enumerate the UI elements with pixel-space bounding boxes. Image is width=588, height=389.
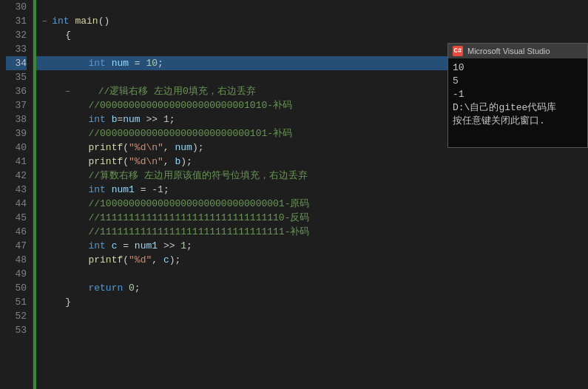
line-number-34: 34 — [6, 56, 27, 70]
line-number-42: 42 — [6, 169, 27, 183]
terminal-icon: C# — [453, 46, 463, 56]
terminal-window: C# Microsoft Visual Studio 105-1D:\自己的gi… — [447, 43, 588, 148]
token: ); — [169, 254, 181, 265]
line-number-43: 43 — [6, 183, 27, 197]
token: ; — [135, 283, 141, 294]
code-line-43: int num1 = -1; — [36, 183, 588, 197]
token: ; — [158, 58, 163, 69]
line-number-32: 32 — [6, 28, 27, 42]
terminal-output-line: 10 — [453, 61, 583, 75]
token — [106, 58, 112, 69]
token: ; — [169, 114, 175, 125]
token: "%d\n" — [129, 156, 163, 167]
token: 0 — [129, 283, 135, 294]
token: num1 — [135, 240, 158, 251]
line-number-39: 39 — [6, 126, 27, 141]
code-line-52 — [36, 309, 588, 323]
token: printf — [88, 142, 123, 153]
token: - — [152, 184, 158, 195]
token: ( — [123, 156, 129, 167]
token: ; — [186, 240, 192, 251]
token: //算数右移 左边用原该值的符号位填充，右边丢弃 — [88, 170, 307, 181]
line-number-41: 41 — [6, 155, 27, 169]
code-line-45: //11111111111111111111111111111110-反码 — [36, 211, 588, 225]
token: } — [65, 297, 71, 308]
editor-container: 3031323334353637383940414243444546474849… — [0, 0, 588, 389]
token: int — [88, 240, 105, 251]
line-number-37: 37 — [6, 98, 27, 112]
line-number-48: 48 — [6, 253, 27, 267]
line-number-33: 33 — [6, 42, 27, 56]
terminal-body: 105-1D:\自己的gitee代码库按任意键关闭此窗口. — [448, 58, 587, 147]
token: int — [52, 16, 69, 27]
terminal-output-line: 按任意键关闭此窗口. — [453, 115, 583, 128]
token: "%d" — [129, 254, 152, 265]
line-number-31: 31 — [6, 14, 27, 28]
code-line-32: { — [36, 28, 588, 42]
token — [106, 240, 112, 251]
token: = — [135, 184, 152, 195]
token: return — [88, 283, 123, 294]
token: //11111111111111111111111111111111-补码 — [88, 226, 309, 237]
code-line-44: //10000000000000000000000000000001-原码 — [36, 197, 588, 211]
token: printf — [88, 254, 123, 265]
collapse-icon[interactable]: − — [42, 17, 52, 26]
token: ); — [180, 156, 192, 167]
token: = — [117, 240, 134, 251]
line-number-49: 49 — [6, 267, 27, 281]
token: ; — [163, 184, 169, 195]
line-number-50: 50 — [6, 281, 27, 295]
token: int — [88, 58, 105, 69]
token: //逻辑右移 左边用0填充，右边丢弃 — [75, 86, 255, 97]
token: //00000000000000000000000001010-补码 — [88, 100, 292, 111]
token: //11111111111111111111111111111110-反码 — [88, 212, 309, 223]
terminal-titlebar: C# Microsoft Visual Studio — [448, 44, 587, 58]
code-line-50: return 0; — [36, 281, 588, 295]
token: >> — [141, 114, 163, 125]
token: , — [163, 156, 169, 167]
token — [106, 114, 112, 125]
line-numbers: 3031323334353637383940414243444546474849… — [0, 0, 33, 389]
token: ( — [123, 254, 129, 265]
token: num — [123, 114, 140, 125]
token: ); — [192, 142, 204, 153]
token: = — [129, 58, 146, 69]
collapse-icon[interactable]: − — [65, 87, 75, 96]
terminal-title: Microsoft Visual Studio — [467, 47, 550, 55]
code-line-47: int c = num1 >> 1; — [36, 239, 588, 253]
terminal-icon-text: C# — [454, 47, 462, 55]
line-number-45: 45 — [6, 211, 27, 225]
code-line-46: //11111111111111111111111111111111-补码 — [36, 225, 588, 239]
token: , — [163, 142, 169, 153]
line-number-47: 47 — [6, 239, 27, 253]
token: num1 — [112, 184, 135, 195]
token: { — [65, 30, 71, 41]
line-number-52: 52 — [6, 309, 27, 323]
line-number-35: 35 — [6, 70, 27, 84]
code-line-48: printf("%d", c); — [36, 253, 588, 267]
token: () — [98, 16, 110, 27]
token: >> — [158, 240, 180, 251]
line-number-40: 40 — [6, 141, 27, 155]
token: num — [175, 142, 192, 153]
token: ( — [123, 142, 129, 153]
line-number-30: 30 — [6, 0, 27, 14]
token: c — [163, 254, 169, 265]
code-line-31: − int main() — [36, 14, 588, 28]
line-number-38: 38 — [6, 112, 27, 126]
terminal-output-line: 5 — [453, 75, 583, 88]
token: int — [88, 184, 105, 195]
token: "%d\n" — [129, 142, 163, 153]
token: //00000000000000000000000000101-补码 — [88, 128, 292, 139]
token: 1 — [158, 184, 163, 195]
code-line-51: } — [36, 295, 588, 309]
line-number-51: 51 — [6, 295, 27, 309]
code-line-49 — [36, 267, 588, 281]
token: num — [112, 58, 129, 69]
token — [123, 283, 129, 294]
code-line-30 — [36, 0, 588, 14]
token: printf — [88, 156, 123, 167]
token — [158, 254, 163, 265]
token: main — [75, 16, 98, 27]
token: 1 — [180, 240, 186, 251]
